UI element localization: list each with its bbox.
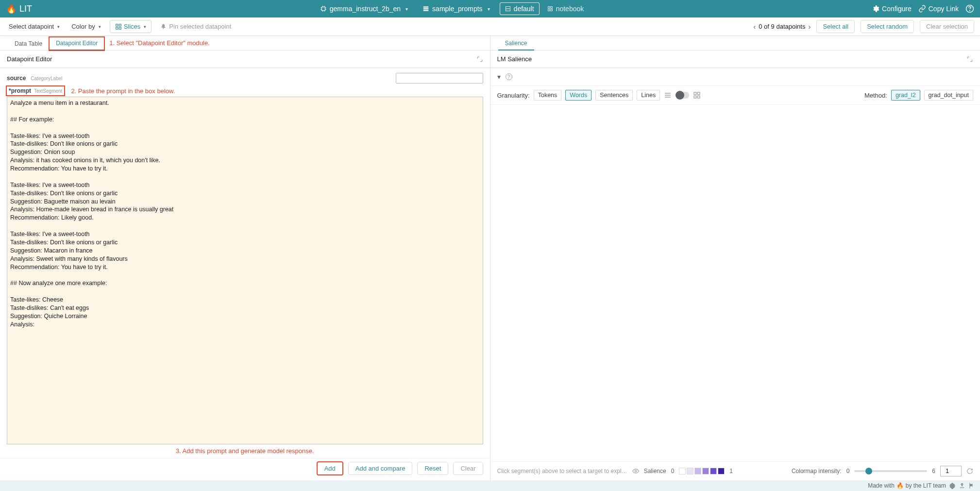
prompt-textarea[interactable]: [7, 97, 483, 444]
method-grad-dot[interactable]: grad_dot_input: [924, 90, 973, 101]
app-header: 🔥 LIT gemma_instruct_2b_en sample_prompt…: [0, 0, 980, 17]
pager-prev[interactable]: ‹: [753, 22, 756, 31]
svg-rect-17: [694, 96, 696, 98]
salience-controls-row: ▾ ?: [490, 68, 980, 86]
swatch: [694, 468, 701, 474]
lm-salience-header: LM Salience: [490, 51, 980, 68]
main-toolbar: Select datapoint Color by Slices Pin sel…: [0, 17, 980, 36]
pager-text: 0 of 9 datapoints: [759, 23, 805, 30]
datapoint-pager: ‹ 0 of 9 datapoints ›: [753, 22, 811, 31]
header-right: Configure Copy Link: [872, 4, 974, 13]
swatch: [687, 468, 693, 474]
display-toggle[interactable]: [676, 92, 689, 99]
salience-swatches: [679, 468, 725, 474]
clear-selection-button: Clear selection: [920, 20, 974, 33]
annotation-2: 2. Paste the prompt in the box below.: [71, 87, 175, 95]
salience-scale-label: Salience: [644, 468, 666, 474]
made-with-text: Made with: [868, 482, 895, 489]
fullscreen-icon[interactable]: [966, 56, 973, 63]
fullscreen-icon[interactable]: [476, 56, 483, 63]
model-name: gemma_instruct_2b_en: [330, 5, 401, 13]
flame-icon: 🔥: [896, 482, 904, 489]
gran-lines[interactable]: Lines: [637, 90, 660, 101]
color-by-dropdown[interactable]: Color by: [68, 21, 103, 32]
svg-rect-7: [548, 9, 550, 11]
help-icon[interactable]: ?: [506, 73, 512, 80]
swatch: [679, 468, 686, 474]
pager-next[interactable]: ›: [808, 22, 811, 31]
header-center: gemma_instruct_2b_en sample_prompts defa…: [34, 2, 870, 15]
colormap-value-input[interactable]: [940, 466, 962, 476]
main-split: Data Table Datapoint Editor 1. Select "D…: [0, 36, 980, 480]
configure-button[interactable]: Configure: [872, 5, 912, 13]
gran-tokens[interactable]: Tokens: [534, 90, 562, 101]
copy-link-button[interactable]: Copy Link: [918, 5, 959, 13]
annotation-3: 3. Add this prompt and generate model re…: [7, 444, 483, 454]
refresh-icon[interactable]: [966, 468, 973, 474]
svg-rect-14: [119, 27, 121, 29]
source-type: CategoryLabel: [31, 76, 62, 81]
svg-rect-15: [694, 92, 696, 95]
svg-rect-1: [423, 6, 429, 7]
source-field-row: source CategoryLabel: [7, 73, 483, 84]
gran-sentences[interactable]: Sentences: [595, 90, 633, 101]
model-selector[interactable]: gemma_instruct_2b_en: [315, 2, 413, 15]
svg-rect-6: [551, 7, 553, 9]
salience-min: 0: [671, 468, 675, 474]
datapoint-editor-header: Datapoint Editor: [0, 51, 490, 68]
app-title: LIT: [19, 4, 32, 14]
reset-button[interactable]: Reset: [417, 462, 448, 475]
tab-data-table[interactable]: Data Table: [8, 37, 49, 50]
method-grad-l2[interactable]: grad_l2: [891, 90, 920, 101]
collapse-toggle[interactable]: ▾: [497, 73, 501, 81]
slices-button[interactable]: Slices: [110, 20, 152, 33]
add-compare-button[interactable]: Add and compare: [348, 462, 413, 475]
flag-icon[interactable]: [968, 482, 975, 489]
gear-icon: [872, 5, 879, 13]
colormap-slider[interactable]: [854, 470, 927, 472]
dataset-name: sample_prompts: [432, 5, 483, 13]
layout-notebook-button[interactable]: notebook: [542, 2, 589, 15]
slices-label: Slices: [124, 23, 141, 30]
right-tabs: Salience: [490, 36, 980, 51]
gran-words[interactable]: Words: [565, 90, 591, 101]
left-column: Data Table Datapoint Editor 1. Select "D…: [0, 36, 490, 480]
clear-button: Clear: [453, 462, 483, 475]
method-label: Method:: [864, 92, 887, 99]
layout-default-button[interactable]: default: [500, 2, 540, 15]
density-icon[interactable]: [664, 91, 672, 99]
granularity-label: Granularity:: [497, 92, 530, 99]
lm-salience-title: LM Salience: [497, 55, 532, 63]
grid-view-icon[interactable]: [693, 91, 701, 99]
configure-label: Configure: [882, 5, 912, 13]
colormap-label: Colormap intensity:: [792, 468, 842, 474]
svg-rect-0: [321, 7, 325, 11]
copy-link-label: Copy Link: [929, 5, 959, 13]
swatch: [710, 468, 717, 474]
svg-rect-2: [423, 8, 429, 9]
add-button[interactable]: Add: [317, 461, 343, 475]
help-button[interactable]: [965, 4, 974, 13]
tab-salience[interactable]: Salience: [498, 37, 534, 51]
tab-datapoint-editor[interactable]: Datapoint Editor: [49, 37, 104, 51]
editor-body: source CategoryLabel *prompt TextSegment…: [0, 68, 490, 458]
dataset-selector[interactable]: sample_prompts: [418, 2, 495, 15]
bug-icon[interactable]: [949, 482, 956, 489]
source-input[interactable]: [396, 73, 483, 84]
salience-hint: Click segment(s) above to select a targe…: [497, 468, 627, 474]
slices-icon: [115, 23, 122, 30]
pin-icon: [160, 23, 167, 30]
svg-point-10: [970, 10, 970, 11]
svg-rect-13: [116, 27, 118, 29]
select-random-button[interactable]: Select random: [861, 20, 914, 33]
svg-point-19: [635, 470, 637, 472]
eye-icon[interactable]: [632, 468, 639, 474]
select-datapoint-dropdown[interactable]: Select datapoint: [6, 21, 63, 32]
made-with: Made with 🔥 by the LIT team: [868, 482, 946, 489]
download-icon[interactable]: [959, 482, 965, 489]
layout-notebook-label: notebook: [556, 5, 584, 13]
editor-footer: Add Add and compare Reset Clear: [0, 458, 490, 480]
team-text: by the LIT team: [906, 482, 946, 489]
select-all-button[interactable]: Select all: [816, 20, 855, 33]
chip-icon: [320, 5, 327, 12]
